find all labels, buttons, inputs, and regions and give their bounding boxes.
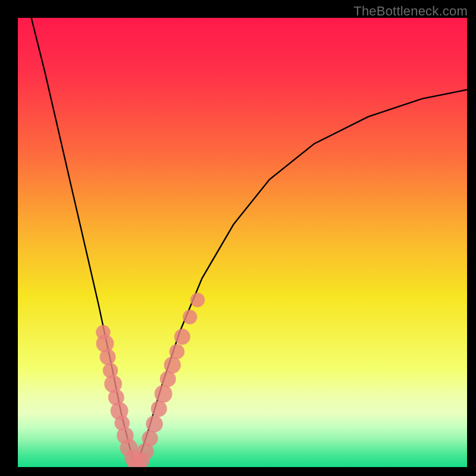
data-marker	[155, 385, 173, 403]
curve-layer	[18, 18, 467, 467]
chart-frame: TheBottleneck.com	[0, 0, 476, 476]
data-marker	[174, 329, 190, 345]
data-marker	[146, 415, 162, 432]
watermark-text: TheBottleneck.com	[353, 4, 468, 19]
data-marker	[151, 400, 167, 416]
data-marker	[164, 356, 181, 373]
data-marker	[190, 293, 205, 307]
data-markers	[96, 293, 205, 467]
data-marker	[100, 349, 116, 365]
data-marker	[170, 344, 185, 359]
data-marker	[142, 430, 158, 446]
data-marker	[183, 310, 197, 324]
plot-area	[18, 18, 467, 467]
bottleneck-curve	[32, 18, 467, 465]
